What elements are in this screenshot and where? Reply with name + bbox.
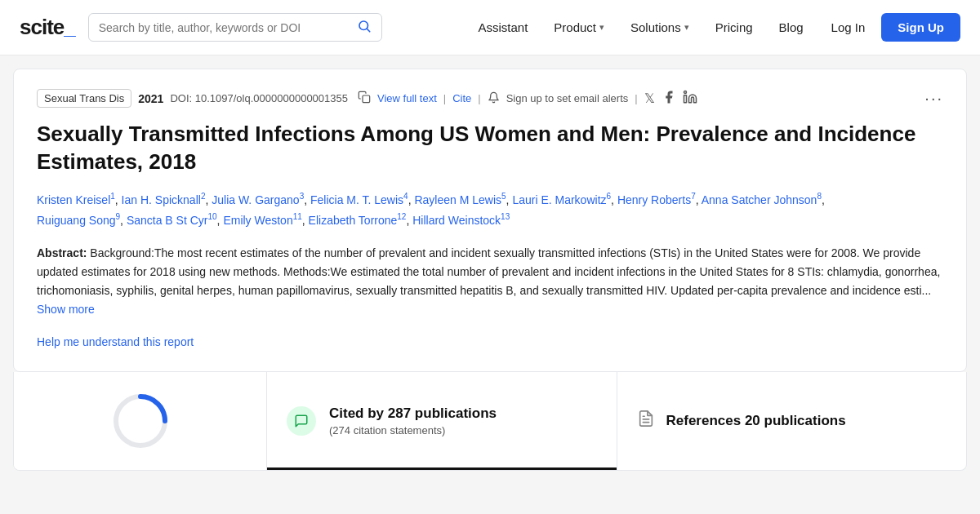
- svg-point-4: [684, 91, 686, 93]
- copy-icon[interactable]: [358, 91, 371, 106]
- spinner-arc: [108, 388, 173, 454]
- facebook-icon[interactable]: [662, 90, 676, 108]
- logo[interactable]: scite_: [20, 15, 75, 40]
- nav-item-assistant[interactable]: Assistant: [466, 14, 539, 41]
- article-card: Sexual Trans Dis 2021 DOI: 10.1097/olq.0…: [13, 69, 967, 372]
- references-label: References 20 publications: [666, 413, 846, 429]
- search-bar[interactable]: [88, 13, 382, 42]
- show-more-link[interactable]: Show more: [37, 303, 95, 316]
- bell-icon[interactable]: [488, 91, 500, 106]
- meta-icons: [358, 91, 371, 106]
- journal-badge: Sexual Trans Dis: [37, 89, 131, 108]
- svg-line-1: [367, 29, 369, 31]
- help-link[interactable]: Help me understand this report: [37, 335, 194, 348]
- author-link[interactable]: Elizabeth Torrone: [309, 214, 398, 227]
- spinner-section: [14, 372, 267, 470]
- twitter-icon[interactable]: 𝕏: [644, 91, 655, 106]
- author-link[interactable]: Henry Roberts: [617, 193, 691, 206]
- email-signup-text: Sign up to set email alerts: [506, 92, 629, 104]
- main-nav: Assistant Product ▾ Solutions ▾ Pricing …: [466, 13, 960, 42]
- nav-item-solutions[interactable]: Solutions ▾: [619, 14, 701, 41]
- author-link[interactable]: Sancta B St Cyr: [127, 214, 208, 227]
- cite-link[interactable]: Cite: [452, 92, 471, 104]
- article-title: Sexually Transmitted Infections Among US…: [37, 121, 943, 176]
- document-icon: [637, 410, 655, 432]
- author-link[interactable]: Ruiguang Song: [37, 214, 116, 227]
- svg-rect-2: [363, 95, 370, 103]
- chat-icon: [287, 406, 316, 436]
- article-doi: DOI: 10.1097/olq.0000000000001355: [170, 92, 348, 104]
- author-link[interactable]: Felicia M. T. Lewis: [310, 193, 403, 206]
- cited-by-label: Cited by 287 publications: [329, 405, 497, 423]
- references-section[interactable]: References 20 publications: [617, 372, 967, 470]
- view-full-text-link[interactable]: View full text: [377, 92, 437, 104]
- abstract-section: Abstract: Background:The most recent est…: [37, 244, 943, 319]
- chevron-down-icon: ▾: [684, 22, 689, 33]
- abstract-label: Abstract:: [37, 246, 87, 259]
- main-content: Sexual Trans Dis 2021 DOI: 10.1097/olq.0…: [0, 55, 980, 471]
- citations-bar: Cited by 287 publications (274 citation …: [13, 372, 967, 471]
- author-link[interactable]: Anna Satcher Johnson: [702, 193, 817, 206]
- author-link[interactable]: Ian H. Spicknall: [122, 193, 201, 206]
- author-link[interactable]: Rayleen M Lewis: [414, 193, 501, 206]
- article-year: 2021: [138, 92, 163, 105]
- signup-button[interactable]: Sign Up: [881, 13, 960, 42]
- social-icons: 𝕏: [644, 90, 697, 108]
- search-icon: [357, 19, 372, 36]
- nav-item-blog[interactable]: Blog: [768, 14, 815, 41]
- authors-list: Kristen Kreisel1, Ian H. Spicknall2, Jul…: [37, 189, 943, 231]
- linkedin-icon[interactable]: [683, 90, 697, 108]
- author-link[interactable]: Emily Weston: [223, 214, 292, 227]
- author-link[interactable]: Hillard Weinstock: [412, 214, 501, 227]
- more-options-button[interactable]: ···: [924, 89, 943, 108]
- svg-rect-3: [684, 95, 686, 102]
- header: scite_ Assistant Product ▾ Solutions ▾ P…: [0, 0, 980, 55]
- meta-row: Sexual Trans Dis 2021 DOI: 10.1097/olq.0…: [37, 89, 943, 108]
- nav-item-product[interactable]: Product ▾: [542, 14, 616, 41]
- author-link[interactable]: Lauri E. Markowitz: [512, 193, 606, 206]
- search-input[interactable]: [99, 21, 350, 34]
- nav-item-pricing[interactable]: Pricing: [704, 14, 764, 41]
- abstract-text: Background:The most recent estimates of …: [37, 246, 940, 297]
- login-button[interactable]: Log In: [818, 14, 879, 41]
- author-link[interactable]: Kristen Kreisel: [37, 193, 110, 206]
- chevron-down-icon: ▾: [599, 22, 604, 33]
- cited-by-section[interactable]: Cited by 287 publications (274 citation …: [267, 372, 617, 470]
- author-link[interactable]: Julia W. Gargano: [212, 193, 299, 206]
- citation-statements-label: (274 citation statements): [329, 424, 497, 436]
